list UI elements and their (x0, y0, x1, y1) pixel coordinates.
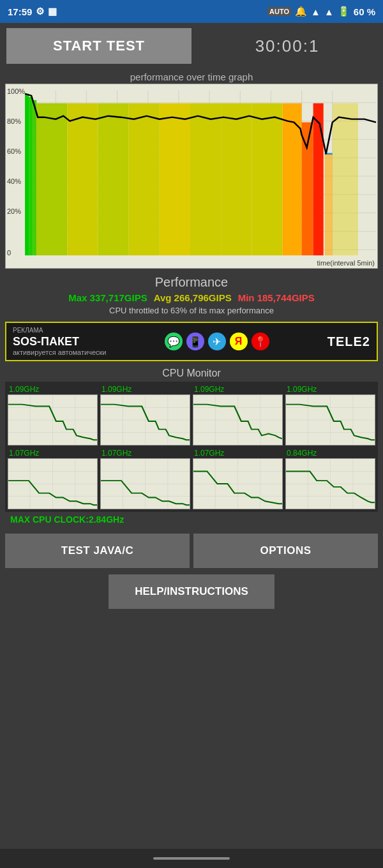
svg-rect-29 (252, 103, 282, 255)
time-display: 17:59 (8, 6, 32, 17)
auto-icon: AUTO (267, 7, 291, 16)
wifi-icon: ▲ (311, 6, 320, 17)
svg-rect-34 (325, 154, 333, 255)
ad-brand: TELE2 (327, 334, 370, 349)
cpu-freq-6: 1.07GHz (100, 448, 133, 458)
svg-rect-35 (333, 103, 358, 255)
y-label-20: 20% (7, 207, 21, 215)
telegram-icon: ✈ (208, 333, 226, 350)
cpu-core-7: 1.07GHz (193, 448, 283, 509)
bottom-buttons: TEST JAVA/C OPTIONS (0, 530, 383, 572)
battery-icon: 🔋 (338, 6, 350, 17)
cpu-freq-8: 0.84GHz (285, 448, 318, 458)
start-test-button[interactable]: START TEST (6, 28, 192, 64)
y-label-100: 100% (7, 87, 25, 95)
cpu-core-3: 1.09GHz (193, 384, 283, 445)
svg-rect-32 (313, 103, 324, 255)
svg-rect-20 (29, 97, 33, 255)
svg-rect-23 (67, 103, 98, 255)
timer-display: 30:00:1 (198, 36, 377, 56)
cpu-freq-3: 1.09GHz (193, 384, 225, 394)
cpu-freq-1: 1.09GHz (8, 384, 40, 394)
status-left: 17:59 ⚙ ▦ (8, 6, 57, 17)
battery-level: 60 % (354, 6, 375, 17)
nav-bar (0, 849, 383, 868)
y-label-0: 0 (7, 249, 11, 257)
geo-icon: 📍 (252, 333, 269, 350)
svg-rect-22 (36, 103, 67, 255)
cpu-core-6: 1.07GHz (100, 448, 190, 509)
calendar-icon: ▦ (48, 6, 57, 17)
top-controls: START TEST 30:00:1 (0, 23, 383, 69)
test-java-c-button[interactable]: TEST JAVA/C (5, 534, 190, 568)
svg-rect-19 (25, 94, 29, 255)
cpu-graph-4 (285, 394, 375, 445)
status-right: AUTO 🔔 ▲ ▲ 🔋 60 % (267, 6, 375, 17)
cpu-core-4: 1.09GHz (285, 384, 375, 445)
cpu-graph-8 (285, 458, 375, 509)
cpu-graph-2 (100, 394, 190, 445)
performance-graph: 100% 80% 60% 40% 20% 0 time(interval 5mi… (5, 84, 378, 269)
cpu-freq-4: 1.09GHz (285, 384, 318, 394)
signal-icon: ▲ (324, 6, 334, 17)
yandex-icon: Я (230, 333, 248, 350)
cpu-graph-6 (100, 458, 190, 509)
svg-rect-24 (98, 103, 128, 255)
perf-avg: Avg 266,796GIPS (154, 292, 232, 303)
volume-icon: 🔔 (295, 6, 307, 17)
settings-icon: ⚙ (36, 6, 44, 17)
svg-rect-26 (160, 103, 190, 255)
svg-rect-28 (221, 103, 252, 255)
viber-icon: 📱 (186, 333, 204, 350)
y-label-40: 40% (7, 177, 21, 185)
cpu-core-8: 0.84GHz (285, 448, 375, 509)
ad-subtitle: активируется автоматически (13, 348, 106, 356)
x-label: time(interval 5min) (317, 259, 375, 267)
ad-content-left: РЕКЛАМА SOS-ПАКЕТ активируется автоматич… (13, 327, 106, 356)
graph-svg (6, 84, 377, 268)
cpu-core-5: 1.07GHz (8, 448, 98, 509)
options-button[interactable]: OPTIONS (193, 534, 378, 568)
cpu-graph-7 (193, 458, 283, 509)
cpu-monitor-section: CPU Monitor 1.09GHz 1.09GHz (0, 365, 383, 530)
performance-title: Performance (5, 275, 378, 290)
svg-rect-25 (129, 103, 160, 255)
status-bar: 17:59 ⚙ ▦ AUTO 🔔 ▲ ▲ 🔋 60 % (0, 0, 383, 23)
cpu-graph-5 (8, 458, 98, 509)
cpu-monitor-title: CPU Monitor (5, 368, 378, 379)
y-label-60: 60% (7, 147, 21, 155)
max-cpu-clock: MAX CPU CLOCK:2.84GHz (5, 512, 378, 527)
help-instructions-button[interactable]: HELP/INSTRUCTIONS (109, 574, 274, 609)
cpu-graph-3 (193, 394, 283, 445)
y-label-80: 80% (7, 117, 21, 125)
help-btn-row: HELP/INSTRUCTIONS (0, 572, 383, 615)
svg-rect-27 (190, 103, 221, 255)
cpu-core-2: 1.09GHz (100, 384, 190, 445)
cpu-freq-5: 1.07GHz (8, 448, 40, 458)
performance-section: Performance Max 337,717GIPS Avg 266,796G… (0, 271, 383, 318)
nav-indicator (153, 857, 230, 860)
perf-throttle: CPU throttled to 63% of its max performa… (5, 306, 378, 315)
svg-rect-21 (33, 100, 36, 255)
cpu-grid: 1.09GHz 1.09GHz (5, 382, 378, 512)
ad-icons: 💬 📱 ✈ Я 📍 (165, 333, 269, 350)
graph-section: performance over time graph (0, 69, 383, 271)
ad-banner[interactable]: РЕКЛАМА SOS-ПАКЕТ активируется автоматич… (5, 322, 378, 361)
perf-min: Min 185,744GIPS (238, 292, 315, 303)
cpu-freq-7: 1.07GHz (193, 448, 225, 458)
cpu-graph-1 (8, 394, 98, 445)
graph-title: performance over time graph (5, 69, 378, 84)
ad-label: РЕКЛАМА (13, 327, 106, 334)
perf-max: Max 337,717GIPS (68, 292, 147, 303)
performance-stats: Max 337,717GIPS Avg 266,796GIPS Min 185,… (5, 292, 378, 303)
cpu-freq-2: 1.09GHz (100, 384, 133, 394)
whatsapp-icon: 💬 (165, 333, 183, 350)
cpu-core-1: 1.09GHz (8, 384, 98, 445)
ad-title: SOS-ПАКЕТ (13, 335, 106, 348)
